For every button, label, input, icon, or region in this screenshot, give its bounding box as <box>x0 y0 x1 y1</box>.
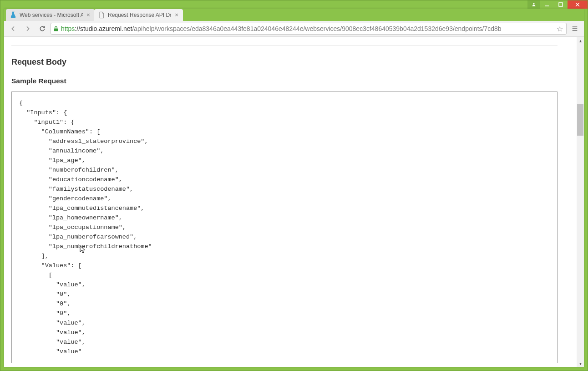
flask-icon <box>10 11 17 19</box>
back-button[interactable] <box>7 22 20 35</box>
sample-request-heading: Sample Request <box>11 77 577 85</box>
tab-title: Request Response API Do <box>108 12 171 18</box>
address-bar[interactable]: https://studio.azureml.net/apihelp/works… <box>51 23 567 35</box>
lock-icon <box>53 25 59 32</box>
sample-request-code[interactable]: { "Inputs": { "input1": { "ColumnNames":… <box>11 91 558 363</box>
svg-rect-5 <box>12 12 14 12</box>
browser-menu-button[interactable] <box>568 22 581 35</box>
browser-toolbar: https://studio.azureml.net/apihelp/works… <box>4 21 584 37</box>
browser-chrome: Web services - Microsoft A × Request Res… <box>4 9 584 367</box>
request-body-heading: Request Body <box>11 57 577 67</box>
browser-window: Web services - Microsoft A × Request Res… <box>0 0 588 371</box>
section-divider <box>11 45 558 46</box>
user-account-button[interactable] <box>527 0 540 9</box>
svg-rect-6 <box>54 28 58 31</box>
scroll-up-arrow-icon[interactable]: ▴ <box>577 37 584 44</box>
page-icon <box>98 11 105 19</box>
scrollbar-thumb[interactable] <box>577 104 583 136</box>
window-maximize-button[interactable] <box>554 0 568 9</box>
tab-close-icon[interactable]: × <box>174 12 179 18</box>
scroll-down-arrow-icon[interactable]: ▾ <box>577 360 584 367</box>
svg-rect-2 <box>559 3 563 6</box>
tab-strip: Web services - Microsoft A × Request Res… <box>4 9 584 21</box>
url-text: https://studio.azureml.net/apihelp/works… <box>61 25 553 32</box>
tab-close-icon[interactable]: × <box>86 12 91 18</box>
browser-tab-active[interactable]: Request Response API Do × <box>94 9 183 21</box>
window-close-button[interactable] <box>568 0 588 9</box>
tab-title: Web services - Microsoft A <box>20 12 83 18</box>
browser-tab-inactive[interactable]: Web services - Microsoft A × <box>6 9 95 21</box>
reload-button[interactable] <box>36 22 49 35</box>
svg-point-0 <box>533 3 534 5</box>
forward-button[interactable] <box>21 22 34 35</box>
bookmark-star-icon[interactable]: ☆ <box>555 25 564 33</box>
window-titlebar <box>0 0 588 9</box>
page-content: Request Body Sample Request { "Inputs": … <box>4 37 577 367</box>
vertical-scrollbar[interactable]: ▴ ▾ <box>577 37 584 367</box>
page-viewport: Request Body Sample Request { "Inputs": … <box>4 37 584 367</box>
window-minimize-button[interactable] <box>540 0 554 9</box>
